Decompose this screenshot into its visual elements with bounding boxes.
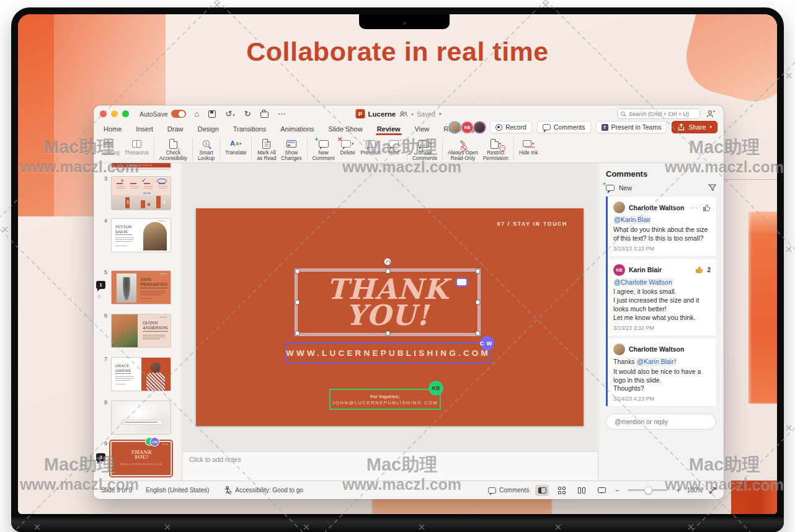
slide-thumbnail-panel: STAY IN TOUCH 3 — [94, 163, 182, 481]
avatar-third[interactable] — [474, 122, 485, 133]
delete-comment-button[interactable]: ✕▾Delete — [337, 137, 358, 156]
like-icon[interactable] — [703, 204, 711, 211]
notes-pane[interactable]: Click to add notes — [183, 451, 597, 481]
thesaurus-button[interactable]: Thesaurus — [122, 137, 151, 156]
slide-sorter-view-button[interactable] — [555, 485, 569, 496]
comment-card-2[interactable]: KB Karin Blair 2 @Charlotte Waltson I ag… — [608, 259, 716, 335]
thumbnail-slide-6[interactable]: QUINN ANDERSON — [111, 314, 171, 348]
hide-ink-button[interactable]: ∼∼▾Hide Ink — [517, 137, 540, 156]
tab-animations[interactable]: Animations — [280, 125, 314, 133]
zoom-window-button[interactable] — [122, 110, 129, 117]
tab-design[interactable]: Design — [198, 125, 219, 133]
zoom-slider[interactable] — [628, 489, 667, 491]
thumbnail-slide-3[interactable]: a ✳ ✓ ∼∼ 1 3 — [111, 176, 171, 210]
spelling-button[interactable]: abc✓Spelling — [99, 137, 122, 156]
minimize-window-button[interactable] — [111, 110, 118, 117]
website-textbox[interactable]: WWW.LUCERNEPUBLISHING.COM CW — [286, 342, 491, 363]
show-changes-button[interactable]: Show Changes — [278, 137, 304, 162]
resize-handle-n[interactable] — [386, 269, 390, 273]
rotate-handle[interactable] — [384, 258, 391, 265]
reply-field[interactable] — [606, 414, 716, 430]
autosave-toggle[interactable] — [171, 110, 186, 118]
mention-chip[interactable]: @Karin Blair — [613, 216, 651, 224]
tab-review[interactable]: Review — [377, 125, 401, 133]
share-button[interactable]: Share▾ — [672, 121, 717, 133]
record-button[interactable]: Record — [490, 121, 532, 133]
saved-chevron-icon[interactable]: ▾ — [439, 112, 442, 117]
accessibility-status[interactable]: Accessibility: Good to go — [235, 487, 303, 494]
search-input[interactable] — [628, 110, 696, 118]
tab-insert[interactable]: Insert — [136, 125, 153, 133]
thumbnail-slide-4[interactable]: PEYTON DAVIS — [111, 218, 171, 252]
redo-icon[interactable]: ↻ — [244, 109, 251, 118]
present-in-teams-button[interactable]: TPresent in Teams — [596, 121, 667, 133]
undo-icon[interactable]: ↺▾ — [225, 109, 234, 118]
search-field[interactable] — [617, 109, 700, 119]
slide-9[interactable]: 07 / STAY IN TOUCH THANK YOU! — [196, 208, 584, 426]
translate-button[interactable]: Aa▾Translate — [223, 137, 249, 156]
mention-chip[interactable]: @Karin Blair — [636, 358, 674, 366]
zoom-level[interactable]: 100% — [686, 487, 703, 494]
zoom-in-button[interactable]: + — [676, 486, 680, 495]
comments-button[interactable]: Comments — [537, 121, 591, 133]
language-status[interactable]: English (United States) — [146, 487, 209, 494]
inquiries-textbox[interactable]: For Inquiries: JOHN@LUCERNEPUBLISHING.CO… — [329, 389, 441, 410]
slideshow-button[interactable] — [595, 485, 608, 496]
mention-chip[interactable]: @Charlotte Waltson — [613, 278, 673, 287]
slide-title-text[interactable]: THANK YOU! — [298, 272, 477, 333]
comment-anchor-icon[interactable] — [456, 278, 468, 286]
animation-star-icon: ☆ — [97, 293, 102, 299]
previous-comment-button[interactable]: ←Previous — [358, 137, 383, 156]
resize-handle-ne[interactable] — [476, 269, 480, 273]
resize-handle-e[interactable] — [476, 300, 480, 304]
home-icon[interactable]: ⌂ — [195, 109, 200, 118]
close-window-button[interactable] — [100, 110, 107, 117]
new-comment-link[interactable]: New — [619, 184, 632, 192]
show-comments-button[interactable]: ▾Show Comments — [410, 137, 440, 162]
tab-draw[interactable]: Draw — [167, 125, 184, 133]
tab-home[interactable]: Home — [104, 125, 122, 133]
always-open-read-only-button[interactable]: ✎Always Open Read-Only — [445, 137, 481, 162]
tab-view[interactable]: View — [415, 125, 430, 133]
fit-slide-icon[interactable] — [709, 487, 716, 494]
zoom-out-button[interactable]: − — [615, 486, 619, 495]
resize-handle-se[interactable] — [476, 331, 480, 335]
save-icon[interactable] — [208, 110, 216, 118]
more-commands-icon[interactable]: ⋯ — [278, 109, 286, 118]
avatar-karin[interactable]: KB — [462, 122, 473, 133]
thumbnail-slide-9-selected[interactable]: THANK YOU! WWW.LUCERNEPUBLISHING.COM — [111, 441, 171, 476]
resize-handle-w[interactable] — [295, 300, 300, 304]
new-comment-button[interactable]: +New Comment — [310, 137, 337, 162]
contact-icon[interactable] — [706, 110, 715, 118]
resize-handle-sw[interactable] — [295, 331, 300, 335]
comment-card-3[interactable]: Charlotte Waltson Thanks @Karin Blair! I… — [608, 339, 716, 406]
resize-handle-nw[interactable] — [295, 269, 300, 273]
document-title[interactable]: Lucerne — [368, 110, 396, 118]
like-icon-filled[interactable] — [695, 266, 703, 273]
comment-more-icon[interactable]: ··· — [690, 204, 699, 211]
thumbnail-slide-8[interactable] — [111, 401, 171, 435]
thumbnail-slide-5[interactable]: DANI FERRARONS — [111, 270, 171, 304]
comment-count-badge[interactable]: 1 — [96, 281, 105, 289]
mark-all-as-read-button[interactable]: Mark All as Read — [254, 137, 278, 162]
thumbnail-slide-2-partial[interactable]: STAY IN TOUCH — [111, 163, 171, 170]
normal-view-button[interactable] — [535, 485, 549, 496]
print-icon[interactable] — [260, 112, 269, 118]
tab-slide-show[interactable]: Slide Show — [329, 125, 363, 133]
thumbnail-slide-7[interactable]: GRACE OWENS — [111, 357, 171, 391]
check-accessibility-button[interactable]: ☆Check Accessibility — [157, 137, 190, 162]
zoom-slider-knob[interactable] — [644, 486, 652, 494]
resize-handle-s[interactable] — [386, 331, 390, 335]
next-comment-button[interactable]: →Next — [383, 137, 404, 156]
reply-input[interactable] — [613, 417, 709, 426]
smart-lookup-button[interactable]: iSmart Lookup — [195, 137, 217, 162]
comment-card-1[interactable]: Charlotte Waltson ··· @Karin Blair What … — [608, 197, 716, 256]
restrict-permission-button[interactable]: −▾Restrict Permission — [481, 137, 511, 162]
avatar-charlotte[interactable] — [450, 122, 460, 133]
tab-transitions[interactable]: Transitions — [233, 125, 266, 133]
selected-textbox[interactable]: THANK YOU! — [297, 271, 478, 334]
filter-icon[interactable] — [708, 184, 716, 192]
reading-view-button[interactable] — [575, 485, 588, 496]
comment-count-badge[interactable]: 3 — [96, 453, 105, 461]
comments-toggle-button[interactable]: Comments — [488, 487, 529, 494]
